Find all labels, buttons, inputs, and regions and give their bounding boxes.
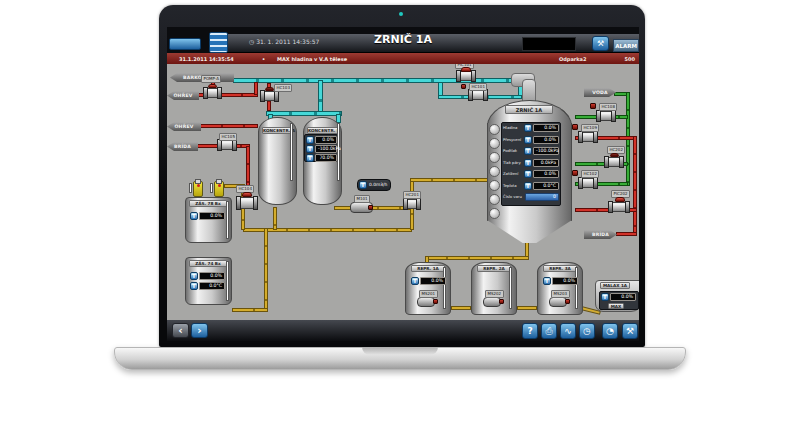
- pipe-tankA-outlet: [273, 207, 277, 230]
- valve-hc102[interactable]: [580, 178, 596, 188]
- valve-pic202[interactable]: [610, 202, 628, 212]
- zas2-temp: 0.0°C: [199, 282, 225, 290]
- trends-button[interactable]: ∿: [560, 323, 576, 339]
- tank-repr2-sightglass: [509, 267, 512, 309]
- valve-tag-hc103: HC103: [274, 84, 292, 92]
- valve-tag-hc101: HC101: [469, 83, 487, 91]
- pump-m101-status: [368, 205, 373, 210]
- vessel-param-label: Podtlak: [503, 147, 517, 155]
- wrench-icon: ⚒: [597, 39, 604, 48]
- vessel-param-value: 0.0°C: [533, 182, 559, 190]
- nav-back-button[interactable]: ‹: [172, 323, 189, 338]
- vessel-param-value: 0.0%: [533, 124, 559, 132]
- trend-button[interactable]: T: [306, 154, 314, 162]
- pipe-yellow-main: [243, 228, 412, 232]
- valve-pic101[interactable]: [458, 71, 474, 81]
- tank-koncentr-b-plate: KONCENTR. B: [307, 127, 338, 134]
- label-brida-right: BRÍDA: [584, 230, 617, 239]
- trend-button[interactable]: T: [601, 293, 609, 301]
- valve-cap-hc103: [265, 87, 274, 91]
- pipe-cyan-drop: [318, 80, 323, 113]
- vessel-porthole: [489, 194, 500, 205]
- laptop-notch: [362, 347, 438, 355]
- label-ohrev-top: OHŘEV: [167, 91, 199, 100]
- pump-tag-ms203: MS203: [551, 290, 570, 298]
- koncentr-b-value-2: -100.0kPa: [315, 145, 337, 153]
- report-icon: ?: [527, 326, 532, 336]
- vessel-param-value: 0.0%: [533, 136, 559, 144]
- nav-forward-button[interactable]: ›: [191, 323, 208, 338]
- valve-hc103[interactable]: [262, 91, 277, 101]
- wrench-button[interactable]: ⚒: [592, 36, 609, 51]
- vessel-param-label: Číslo varu: [503, 193, 522, 201]
- pump-ms202-status: [499, 299, 504, 304]
- trend-button[interactable]: T: [524, 124, 532, 132]
- trend-button[interactable]: T: [411, 277, 419, 285]
- valve-cap-pic202: [615, 197, 625, 202]
- zas1-level: 0.0%: [199, 212, 225, 220]
- report-button[interactable]: ?: [522, 323, 538, 339]
- valve-pompa[interactable]: [205, 88, 220, 98]
- koncentr-b-value-3: 70.0%: [315, 154, 337, 162]
- pipe-brida-right: [616, 232, 637, 236]
- vessel-plate: ZRNIČ 1A: [505, 105, 553, 114]
- vessel-batch-number[interactable]: 0: [525, 193, 559, 201]
- valve-tag-hc109: HC109: [581, 124, 599, 132]
- header-display: [522, 37, 576, 51]
- trend-button[interactable]: T: [543, 277, 551, 285]
- trend-button[interactable]: T: [190, 212, 198, 220]
- trend-button[interactable]: T: [524, 159, 532, 167]
- print-button[interactable]: ⎙: [541, 323, 557, 339]
- bottom-toolbar: ‹ › ? ⎙ ∿ ◷ ◔ ⚒: [167, 320, 639, 341]
- label-ohrev-mid: OHŘEV: [167, 122, 201, 131]
- vessel-param-label: Přesycení: [503, 136, 521, 144]
- vessel-porthole: [489, 124, 500, 135]
- gauge-button[interactable]: ◔: [602, 323, 618, 339]
- tank-zas2-plate: ZÁS. 74 Bx: [189, 260, 227, 267]
- vessel-porthole: [489, 152, 500, 163]
- vessel-param-value: 0.0kPa: [533, 159, 559, 167]
- valve-hc108[interactable]: [598, 111, 614, 121]
- alarm-line[interactable]: 31.1.2011 14:35:54 • MAX hladina v V.A t…: [167, 53, 639, 64]
- valve-status-hc108: [590, 103, 596, 109]
- vessel-porthole: [489, 138, 500, 149]
- valve-hc104[interactable]: [238, 197, 256, 209]
- trend-button[interactable]: T: [306, 136, 314, 144]
- header-bar: ◷ 31. 1. 2011 14:35:57 ZRNIČ 1A ⚒ ALARM: [167, 27, 639, 53]
- trend-button[interactable]: T: [524, 182, 532, 190]
- trend-button[interactable]: T: [524, 136, 532, 144]
- alarm-button[interactable]: ALARM: [613, 39, 639, 52]
- valve-hc202[interactable]: [606, 157, 622, 167]
- pipe-repr-header: [425, 256, 529, 260]
- valve-tag-pompa: POMP-A: [201, 75, 221, 83]
- trend-button[interactable]: T: [190, 282, 198, 290]
- vessel-porthole: [489, 208, 500, 219]
- valve-tag-hc105: HC105: [219, 133, 237, 141]
- level-probe-2[interactable]: [214, 181, 224, 197]
- trend-button[interactable]: T: [524, 147, 532, 155]
- vessel-porthole: [489, 180, 500, 191]
- service-button[interactable]: ⚒: [622, 323, 638, 339]
- valve-cap-pompa: [208, 84, 217, 88]
- repr1-level: 0.0%: [420, 277, 446, 285]
- tank-zas2-sightglass: [226, 261, 229, 301]
- repr3-level: 0.0%: [552, 277, 578, 285]
- webcam: [399, 12, 403, 16]
- valve-cap-hc202: [610, 153, 619, 157]
- valve-hc105[interactable]: [219, 140, 235, 150]
- valve-hc101[interactable]: [470, 90, 486, 100]
- label-voda: VODA: [584, 88, 616, 97]
- valve-hc109[interactable]: [580, 132, 596, 142]
- level-probe-1[interactable]: [193, 181, 203, 197]
- tank-koncentr-a-plate: KONCENTR. A: [262, 127, 293, 134]
- valve-hc201[interactable]: [405, 199, 419, 209]
- trend-button[interactable]: T: [524, 170, 532, 178]
- trend-button[interactable]: T: [306, 145, 314, 153]
- valve-cap-hc104: [242, 192, 252, 197]
- flow-meter-value: 0.0m3/h: [369, 181, 387, 189]
- tank-zas1-sightglass: [226, 201, 229, 239]
- malax-max-button[interactable]: MAX: [608, 303, 624, 309]
- trend-button[interactable]: T: [190, 272, 198, 280]
- trend-button[interactable]: T: [359, 181, 367, 189]
- alarm-history-button[interactable]: ◷: [579, 323, 595, 339]
